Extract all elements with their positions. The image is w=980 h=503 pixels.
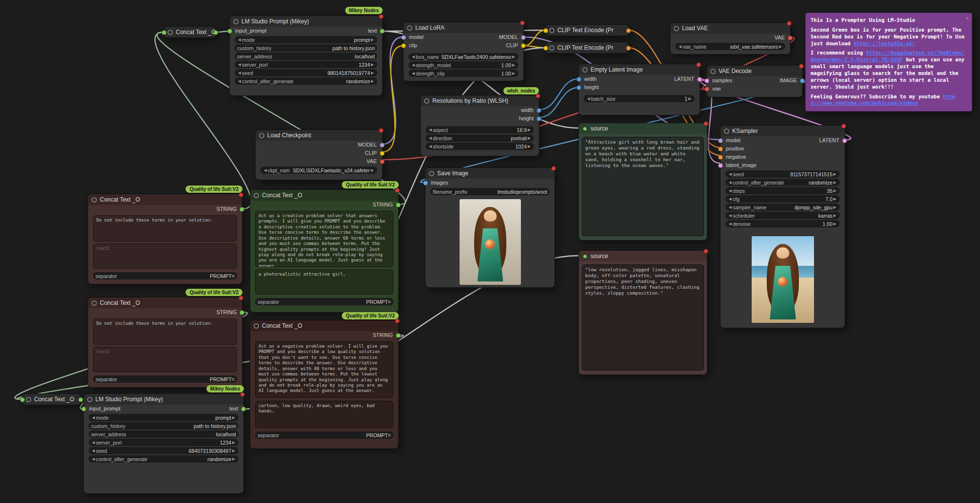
node-concat-text-top[interactable]: Concat Text _O xyxy=(164,26,216,38)
separator-widget[interactable]: separatorPROMPT= xyxy=(93,272,237,279)
collapse-dot-icon[interactable] xyxy=(167,30,173,35)
collapse-dot-icon[interactable] xyxy=(233,19,239,24)
text1-field[interactable]: Do not include these terms in your solut… xyxy=(93,215,237,242)
node-lm-studio-prompt-bottom[interactable]: LM Studio Prompt (Mikey) input_prompt te… xyxy=(83,393,244,494)
arrow-left-icon[interactable]: ◀ xyxy=(586,95,591,102)
arrow-left-icon[interactable]: ◀ xyxy=(428,134,433,142)
batch-size-widget[interactable]: ◀batch_size1▶ xyxy=(584,95,695,102)
node-title[interactable]: KSampler xyxy=(721,126,845,136)
note-edit-icon[interactable]: ✎ xyxy=(966,15,969,21)
arrow-right-icon[interactable]: ▶ xyxy=(231,439,236,446)
output-port-model[interactable] xyxy=(380,143,385,148)
arrow-right-icon[interactable]: ▶ xyxy=(527,126,532,133)
arrow-right-icon[interactable]: ▶ xyxy=(511,53,516,60)
arrow-left-icon[interactable]: ◀ xyxy=(237,69,242,76)
control-after-generate-widget[interactable]: ◀control_after_generaterandomize▶ xyxy=(235,77,377,85)
node-vae-decode[interactable]: VAE Decode samples IMAGE vae xyxy=(706,65,803,97)
input-port-source[interactable] xyxy=(582,126,588,131)
arrow-left-icon[interactable]: ◀ xyxy=(728,170,733,178)
arrow-left-icon[interactable]: ◀ xyxy=(728,220,733,227)
arrow-right-icon[interactable]: ▶ xyxy=(231,414,236,421)
text1-field[interactable]: Do not include these terms in your solut… xyxy=(93,318,237,345)
node-title[interactable]: LM Studio Prompt (Mikey) xyxy=(84,394,243,405)
note-node[interactable]: ✎ This Is a Prompter Using LM-Studio Sec… xyxy=(805,13,972,112)
arrow-left-icon[interactable]: ◀ xyxy=(411,70,416,77)
saved-image-preview[interactable] xyxy=(460,199,521,285)
arrow-right-icon[interactable]: ▶ xyxy=(370,36,375,43)
arrow-right-icon[interactable]: ▶ xyxy=(511,70,516,77)
arrow-left-icon[interactable]: ◀ xyxy=(91,455,96,463)
arrow-right-icon[interactable]: ▶ xyxy=(832,170,837,178)
seed-widget[interactable]: ◀seed684073130308497▶ xyxy=(89,447,239,454)
output-port-conditioning[interactable] xyxy=(626,28,631,33)
arrow-left-icon[interactable]: ◀ xyxy=(728,204,733,211)
input-port-input-prompt[interactable] xyxy=(227,29,232,34)
workflow-canvas[interactable]: Mikey Nodes wlsh_nodes Quality of life S… xyxy=(0,0,980,503)
node-title[interactable]: source xyxy=(579,123,707,134)
output-port-latent[interactable] xyxy=(842,138,847,143)
aspect-widget[interactable]: ◀aspect16:9▶ xyxy=(425,126,534,133)
arrow-left-icon[interactable]: ◀ xyxy=(91,439,96,446)
input-port-latent-image[interactable] xyxy=(718,163,723,168)
custom-history-widget[interactable]: custom_historypath to history.json xyxy=(89,422,239,429)
node-load-vae[interactable]: Load VAE VAE ◀vae_namesdxl_vae.safetenso… xyxy=(670,22,791,55)
node-title[interactable]: VAE Decode xyxy=(707,66,802,76)
custom-history-widget[interactable]: custom_historypath to history.json xyxy=(235,44,377,52)
output-port-width[interactable] xyxy=(536,108,541,113)
output-port-string[interactable] xyxy=(240,207,244,212)
arrow-right-icon[interactable]: ▶ xyxy=(832,179,837,186)
collapse-dot-icon[interactable] xyxy=(407,25,412,31)
collapse-dot-icon[interactable] xyxy=(710,69,716,74)
arrow-right-icon[interactable]: ▶ xyxy=(687,95,692,102)
separator-widget[interactable]: separatorPROMPT= xyxy=(255,431,393,439)
arrow-left-icon[interactable]: ◀ xyxy=(91,414,96,421)
arrow-left-icon[interactable]: ◀ xyxy=(411,53,416,60)
strength-clip-widget[interactable]: ◀strength_clip1.00▶ xyxy=(408,70,518,77)
input-port-input-prompt[interactable] xyxy=(81,407,86,411)
arrow-right-icon[interactable]: ▶ xyxy=(527,143,532,150)
separator-widget[interactable]: separatorPROMPT= xyxy=(93,375,237,383)
node-title[interactable]: source xyxy=(579,251,707,261)
filename-prefix-widget[interactable]: filename_prefixlmstudioprompts/woot xyxy=(430,188,550,195)
denoise-widget[interactable]: ◀denoise1.00▶ xyxy=(725,220,840,227)
collapse-dot-icon[interactable] xyxy=(259,133,264,138)
output-port-vae[interactable] xyxy=(788,36,793,40)
shortside-widget[interactable]: ◀shortside1024▶ xyxy=(425,143,534,150)
arrow-right-icon[interactable]: ▶ xyxy=(832,220,837,227)
seed-widget[interactable]: ◀seed811573717141515▶ xyxy=(725,170,840,178)
collapse-dot-icon[interactable] xyxy=(429,171,434,176)
node-ksampler[interactable]: KSampler model LATENT positive negative … xyxy=(720,125,845,328)
node-title[interactable]: Load LoRA xyxy=(404,22,523,33)
output-port-string[interactable] xyxy=(78,397,83,402)
arrow-right-icon[interactable]: ▶ xyxy=(832,204,837,211)
arrow-right-icon[interactable]: ▶ xyxy=(231,455,236,463)
text2-field[interactable]: text2 xyxy=(93,347,237,372)
input-port-source[interactable] xyxy=(582,254,588,259)
node-load-checkpoint[interactable]: Load Checkpoint MODEL CLIP VAE ◀ckpt_nam… xyxy=(255,130,383,180)
collapse-dot-icon[interactable] xyxy=(254,193,259,198)
separator-widget[interactable]: separatorPROMPT= xyxy=(255,298,393,305)
input-port-model[interactable] xyxy=(718,138,723,143)
steps-widget[interactable]: ◀steps35▶ xyxy=(725,187,840,194)
collapse-dot-icon[interactable] xyxy=(424,98,429,104)
input-port-images[interactable] xyxy=(423,181,428,186)
output-port-string[interactable] xyxy=(213,30,218,35)
text2-field[interactable]: text2 xyxy=(93,243,237,269)
node-title[interactable]: Concat Text _O xyxy=(250,320,398,331)
output-port-model[interactable] xyxy=(521,35,526,40)
arrow-right-icon[interactable]: ▶ xyxy=(832,187,837,194)
collapse-dot-icon[interactable] xyxy=(26,397,31,402)
collapse-dot-icon[interactable] xyxy=(549,45,555,51)
collapse-dot-icon[interactable] xyxy=(674,26,679,31)
node-title[interactable]: LM Studio Prompt (Mikey) xyxy=(230,16,382,27)
text2-field[interactable]: a photorealistic attractive girl, xyxy=(255,269,393,295)
arrow-right-icon[interactable]: ▶ xyxy=(511,61,516,69)
arrow-left-icon[interactable]: ◀ xyxy=(728,195,733,203)
arrow-left-icon[interactable]: ◀ xyxy=(428,126,433,133)
source-text[interactable]: "low resolution, jagged lines, misshapen… xyxy=(582,264,704,371)
input-port-text[interactable] xyxy=(20,397,25,402)
node-resolutions-by-ratio[interactable]: Resolutions by Ratio (WLSH) width height… xyxy=(420,95,539,156)
node-title[interactable]: Concat Text _O xyxy=(88,194,242,205)
arrow-right-icon[interactable]: ▶ xyxy=(832,212,837,219)
node-title[interactable]: Concat Text _O xyxy=(164,27,216,37)
